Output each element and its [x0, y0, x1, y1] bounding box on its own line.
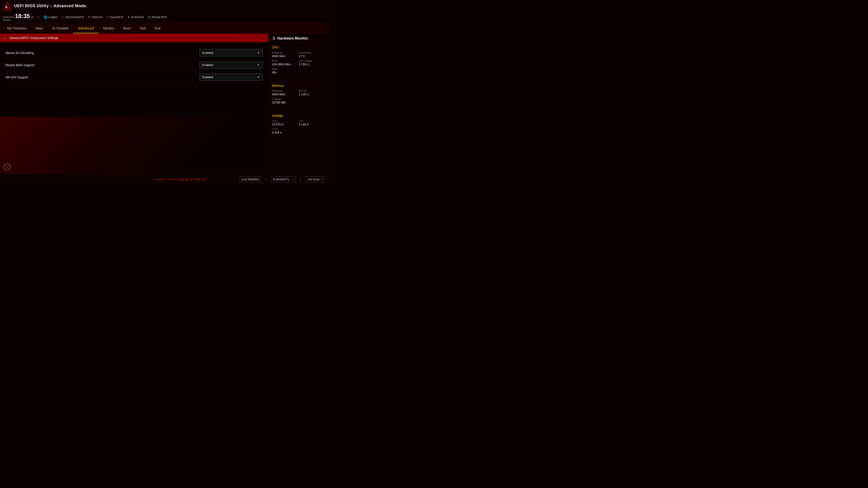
toolbar-items: 🌐 English ☆ MyFavorite(F3) ⟳ Qfan(F6) ? … — [43, 15, 327, 19]
memory-voltage-divider — [272, 112, 326, 112]
hot-keys-label: Hot Keys — [308, 177, 320, 181]
cpu-temperature-item: Temperature 17°C — [299, 52, 326, 58]
nav-item-advanced[interactable]: Advanced — [73, 24, 98, 33]
resize-bar-dropdown-arrow: ▼ — [257, 64, 260, 67]
memory-capacity-label: Capacity — [272, 98, 326, 100]
toolbar-item-english[interactable]: 🌐 English — [43, 15, 57, 19]
cpu-bclk-voltage-row: BCLK 100.0000 MHz Core Voltage 1.216 V — [272, 60, 326, 66]
cpu-section-title: CPU — [272, 46, 326, 49]
app-title: UEFI BIOS Utility – Advanced Mode — [14, 4, 86, 8]
above-4g-dropdown[interactable]: Enabled ▼ — [199, 49, 263, 57]
breadcrumb-back-arrow[interactable]: ← — [4, 36, 7, 40]
resize-bar-dropdown[interactable]: Enabled ▼ — [199, 61, 263, 69]
above-4g-value: Enabled — [202, 51, 213, 55]
voltage-33v-value: 3.344 V — [272, 131, 326, 134]
info-section: i — [0, 160, 268, 174]
cpu-core-voltage-value: 1.216 V — [299, 63, 326, 66]
hot-keys-icon: ? — [321, 177, 322, 181]
voltage-12v-5v-row: +12V 12.076 V +5V 5.140 V — [272, 120, 326, 126]
nav-item-monitor[interactable]: Monitor — [98, 24, 119, 33]
settings-area: Above 4G Decoding Enabled ▼ Resize BAR S… — [0, 42, 268, 160]
voltage-33v-row: +3.3V 3.344 V — [272, 128, 326, 134]
monitor-screen-icon: 🖥 — [272, 36, 276, 40]
last-modified-label: Last Modified — [241, 177, 259, 181]
search-icon: ? — [107, 15, 108, 19]
memory-capacity-value: 32768 MB — [272, 101, 326, 104]
toolbar-search-label: Search(F9) — [110, 15, 123, 19]
toolbar-item-qfan[interactable]: ⟳ Qfan(F6) — [88, 15, 103, 19]
toolbar-aura-label: AURA(F4) — [131, 15, 144, 19]
above-4g-dropdown-arrow: ▼ — [257, 51, 260, 55]
toolbar-item-search[interactable]: ? Search(F9) — [107, 15, 123, 19]
memory-frequency-label: Frequency — [272, 90, 299, 92]
nav-item-my-favorites[interactable]: My Favorites — [3, 24, 31, 33]
resize-bar-value: Enabled — [202, 63, 213, 67]
time-display: 18:35 — [15, 13, 30, 20]
favorite-icon: ☆ — [61, 15, 64, 19]
breadcrumb: Advanced\PCI Subsystem Settings — [9, 36, 59, 40]
toolbar-item-aura[interactable]: ✦ AURA(F4) — [127, 15, 144, 19]
nav-item-main[interactable]: Main — [31, 24, 48, 33]
sr-iov-dropdown[interactable]: Enabled ▼ — [199, 73, 263, 81]
nav-bar: My Favorites Main Ai Tweaker Advanced Mo… — [0, 24, 329, 34]
memory-freq-volt-row: Frequency 4800 MHz MC Volt 1.120 V — [272, 90, 326, 96]
voltage-section-title: Voltage — [272, 114, 326, 118]
voltage-33v-label: +3.3V — [272, 128, 326, 130]
footer-divider-2: | — [300, 177, 301, 182]
voltage-12v-label: +12V — [272, 120, 299, 122]
main-panel: ← Advanced\PCI Subsystem Settings Above … — [0, 34, 268, 174]
voltage-5v-value: 5.140 V — [299, 123, 326, 126]
cpu-ratio-item: Ratio 45x — [272, 68, 326, 74]
datetime-display: 12/25/2022 Sunday 18:35 ⚙ — [3, 13, 33, 22]
info-icon[interactable]: i — [4, 164, 10, 170]
sr-iov-control[interactable]: Enabled ▼ — [199, 73, 263, 81]
cpu-frequency-label: Frequency — [272, 52, 299, 54]
setting-row-above-4g: Above 4G Decoding Enabled ▼ — [5, 47, 263, 59]
svg-text:R: R — [5, 6, 7, 9]
resizebar-icon: ⊡ — [148, 15, 151, 19]
hot-keys-button[interactable]: Hot Keys ? — [306, 176, 324, 182]
memory-section-title: Memory — [272, 84, 326, 88]
cpu-bclk-item: BCLK 100.0000 MHz — [272, 60, 299, 66]
last-modified-button[interactable]: Last Modified — [239, 176, 261, 182]
memory-mc-volt-value: 1.120 V — [299, 93, 326, 96]
footer: Version 2.22.1284 Copyright (C) 2022 AMI… — [0, 174, 329, 184]
hw-monitor-header: 🖥 Hardware Monitor — [272, 36, 326, 42]
memory-frequency-value: 4800 MHz — [272, 93, 299, 96]
toolbar-item-resizebar[interactable]: ⊡ ReSize BAR — [148, 15, 167, 19]
above-4g-label: Above 4G Decoding — [5, 51, 199, 55]
setting-row-sr-iov: SR-IOV Support Enabled ▼ — [5, 71, 263, 84]
resize-bar-control[interactable]: Enabled ▼ — [199, 61, 263, 69]
setting-row-resize-bar: Resize BAR Support Enabled ▼ — [5, 59, 263, 71]
sr-iov-dropdown-arrow: ▼ — [257, 76, 260, 79]
settings-gear-icon[interactable]: ⚙ — [31, 15, 33, 19]
ez-mode-label: EzMode(F7) — [273, 177, 289, 181]
sr-iov-value: Enabled — [202, 75, 213, 79]
body-container: ← Advanced\PCI Subsystem Settings Above … — [0, 34, 329, 174]
toolbar-qfan-label: Qfan(F6) — [92, 15, 103, 19]
footer-actions: Last Modified | EzMode(F7) → | Hot Keys … — [239, 176, 324, 182]
toolbar-item-myfavorite[interactable]: ☆ MyFavorite(F3) — [61, 15, 84, 19]
nav-item-exit[interactable]: Exit — [150, 24, 165, 33]
toolbar: 12/25/2022 Sunday 18:35 ⚙ | 🌐 English ☆ … — [0, 12, 329, 23]
cpu-ratio-value: 45x — [272, 71, 326, 74]
memory-capacity-row: Capacity 32768 MB — [272, 98, 326, 104]
rog-logo-icon: R — [3, 1, 12, 10]
toolbar-resizebar-label: ReSize BAR — [152, 15, 167, 19]
nav-item-ai-tweaker[interactable]: Ai Tweaker — [48, 24, 73, 33]
memory-frequency-item: Frequency 4800 MHz — [272, 90, 299, 96]
hw-monitor-title: Hardware Monitor — [277, 36, 308, 40]
hw-section-voltage: Voltage +12V 12.076 V +5V 5.140 V +3.3V … — [272, 114, 326, 136]
ez-mode-button[interactable]: EzMode(F7) → — [271, 176, 296, 182]
breadcrumb-bar: ← Advanced\PCI Subsystem Settings — [0, 34, 268, 42]
nav-item-tool[interactable]: Tool — [135, 24, 150, 33]
nav-item-boot[interactable]: Boot — [119, 24, 135, 33]
cpu-core-voltage-label: Core Voltage — [299, 60, 326, 62]
memory-capacity-item: Capacity 32768 MB — [272, 98, 326, 104]
cpu-frequency-value: 4500 MHz — [272, 55, 299, 58]
footer-version: Version 2.22.1284 Copyright (C) 2022 AMI — [122, 178, 239, 181]
above-4g-control[interactable]: Enabled ▼ — [199, 49, 263, 57]
voltage-33v-item: +3.3V 3.344 V — [272, 128, 326, 134]
hw-section-memory: Memory Frequency 4800 MHz MC Volt 1.120 … — [272, 84, 326, 106]
cpu-temperature-value: 17°C — [299, 55, 326, 58]
